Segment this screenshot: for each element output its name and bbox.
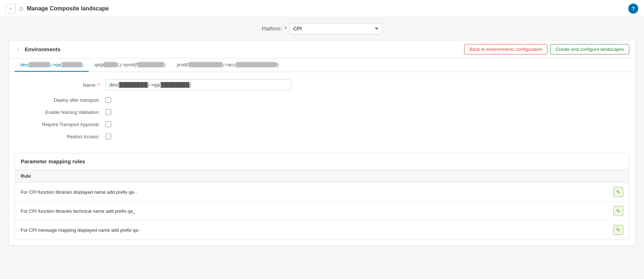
approval-checkbox[interactable] <box>105 121 111 127</box>
param-mapping-section: Parameter mapping rules Rule For CPI fun… <box>15 153 629 240</box>
edit-icon-1: ✎ <box>616 189 620 195</box>
platform-label: Platform: <box>262 26 282 32</box>
deploy-label: Deploy after transport: <box>23 97 105 103</box>
name-input[interactable] <box>105 79 291 91</box>
approval-row: Require Transport Approval: <box>23 121 621 127</box>
table-row: For CPI message mapping displayed name a… <box>15 221 629 239</box>
tab3-text: prod(f██████████)->acc(████████████l) <box>177 62 279 67</box>
environments-title: Environments <box>25 46 60 52</box>
approval-label: Require Transport Approval: <box>23 122 105 127</box>
tab2-text: qa(p████L)->prod(f████████) <box>94 62 165 67</box>
deploy-checkbox[interactable] <box>105 97 111 103</box>
rule-text-1: For CPI function libraries displayed nam… <box>21 189 137 195</box>
environments-expand-button[interactable]: › <box>15 46 22 53</box>
chevron-right-icon: › <box>18 47 19 52</box>
param-section-title: Parameter mapping rules <box>15 153 629 170</box>
naming-checkbox[interactable] <box>105 109 111 115</box>
name-label: Name: * <box>23 82 105 88</box>
restrict-row: Restrict Access: <box>23 134 621 139</box>
name-required: * <box>98 82 100 88</box>
platform-row: Platform: * CPI <box>9 23 635 34</box>
environments-actions: Back to environments configuration Creat… <box>464 44 629 54</box>
main-content: Platform: * CPI › Environments Back to e… <box>0 17 644 257</box>
restrict-checkbox[interactable] <box>105 134 111 139</box>
environments-section: › Environments Back to environments conf… <box>9 40 635 246</box>
rule-text-3: For CPI message mapping displayed name a… <box>21 227 141 233</box>
back-button[interactable]: ‹ <box>6 4 16 14</box>
table-row: For CPI function libraries technical nam… <box>15 202 629 221</box>
help-button[interactable]: ? <box>628 4 638 14</box>
header-left: ‹ ⌂ Manage Composite landscape <box>6 4 109 14</box>
edit-icon-3: ✎ <box>616 227 620 233</box>
landscape-form: Name: * Deploy after transport: Enable N… <box>9 72 635 153</box>
edit-rule-2-button[interactable]: ✎ <box>613 206 623 216</box>
edit-icon-2: ✎ <box>616 208 620 214</box>
tab-prod-acc[interactable]: prod(f██████████)->acc(████████████l) <box>171 58 285 72</box>
edit-rule-1-button[interactable]: ✎ <box>613 187 623 197</box>
create-configure-landscapes-button[interactable]: Create and configure landscapes <box>550 44 629 54</box>
help-icon: ? <box>632 6 635 11</box>
environments-header: › Environments Back to environments conf… <box>9 40 635 58</box>
table-row: For CPI function libraries displayed nam… <box>15 183 629 202</box>
name-row: Name: * <box>23 79 621 91</box>
restrict-label: Restrict Access: <box>23 134 105 139</box>
edit-rule-3-button[interactable]: ✎ <box>613 225 623 235</box>
naming-label: Enable Naming Validation: <box>23 110 105 115</box>
environments-header-left: › Environments <box>15 46 60 53</box>
landscape-tabs: dev(██████)->qa(██████) qa(p████L)->prod… <box>9 58 635 72</box>
app-header: ‹ ⌂ Manage Composite landscape ? <box>0 0 644 17</box>
back-icon: ‹ <box>10 6 11 11</box>
tab1-text: dev(██████)->qa(██████) <box>20 62 83 67</box>
home-icon: ⌂ <box>19 5 23 12</box>
rule-text-2: For CPI function libraries technical nam… <box>21 208 135 214</box>
platform-select[interactable]: CPI <box>289 23 382 34</box>
page-title: Manage Composite landscape <box>27 5 109 12</box>
param-table: Rule For CPI function libraries displaye… <box>15 170 629 239</box>
param-table-header: Rule <box>15 170 629 183</box>
naming-row: Enable Naming Validation: <box>23 109 621 115</box>
tab-qa-prod[interactable]: qa(p████L)->prod(f████████) <box>89 58 171 72</box>
back-to-environments-button[interactable]: Back to environments configuration <box>464 44 547 54</box>
platform-required: * <box>285 26 286 32</box>
deploy-row: Deploy after transport: <box>23 97 621 103</box>
tab-dev-qa[interactable]: dev(██████)->qa(██████) <box>15 58 89 72</box>
